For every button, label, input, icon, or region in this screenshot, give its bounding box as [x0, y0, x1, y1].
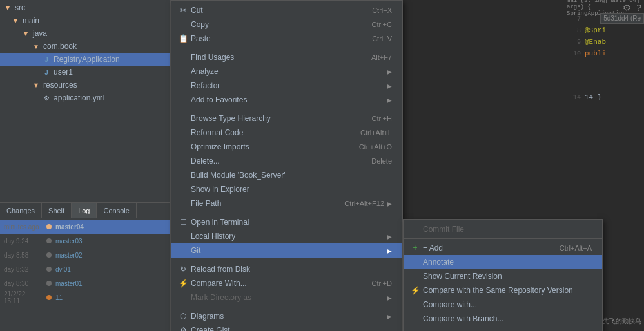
context-menu-primary: ✂ Cut Ctrl+X Copy Ctrl+C 📋 Paste Ctrl+V …: [171, 0, 403, 331]
menu-item-build-module[interactable]: Build Module 'Book_Server': [171, 168, 402, 182]
tree-label-src: src: [15, 3, 25, 12]
compare-icon: ⚡: [177, 279, 190, 288]
git-menu-show-revision[interactable]: Show Current Revision: [404, 269, 602, 283]
package-icon: ▼: [31, 41, 41, 52]
gist-icon: ⚙: [177, 326, 190, 331]
git-menu-annotate[interactable]: Annotate: [404, 255, 602, 269]
line-num-10: 10: [567, 50, 585, 57]
tab-console[interactable]: Console: [97, 203, 136, 218]
git-entry-2[interactable]: day 8:58 master02: [0, 248, 170, 262]
git-dot-0: [46, 224, 52, 229]
bottom-tab-bar: Changes Shelf Log Console: [0, 203, 170, 218]
menu-item-type-hierarchy[interactable]: Browse Type Hierarchy Ctrl+H: [171, 111, 402, 126]
tree-label-combook: com.book: [43, 42, 77, 51]
menu-item-copy[interactable]: Copy Ctrl+C: [171, 17, 402, 32]
git-entry-3[interactable]: day 8:32 dvl01: [0, 262, 170, 276]
git-entry-4[interactable]: day 8:30 master01: [0, 276, 170, 290]
git-time-4: day 8:30: [4, 280, 43, 287]
git-entry-5[interactable]: 21/2/22 15:11 11: [0, 290, 170, 305]
java-file-icon-user: J: [41, 67, 52, 77]
tree-item-combook[interactable]: ▼ com.book: [0, 40, 170, 53]
git-separator-1: [404, 238, 602, 239]
menu-item-cut[interactable]: ✂ Cut Ctrl+X: [171, 3, 402, 17]
menu-item-optimize-imports[interactable]: Optimize Imports Ctrl+Alt+O: [171, 140, 402, 154]
menu-item-find-usages[interactable]: Find Usages Alt+F7: [171, 50, 402, 64]
line-num-14: 14: [567, 94, 585, 101]
git-branch-5: 11: [55, 294, 63, 301]
gear-icon[interactable]: ⚙: [623, 3, 631, 13]
file-tree: ▼ src ▼ main ▼ java ▼ com.book J Registr…: [0, 0, 171, 331]
git-branch-3: dvl01: [55, 266, 71, 273]
git-menu-compare-branch[interactable]: Compare with Branch...: [404, 312, 602, 326]
git-dot-1: [46, 238, 52, 243]
separator-4: [171, 260, 402, 260]
tab-changes[interactable]: Changes: [0, 203, 42, 218]
menu-item-favorites[interactable]: Add to Favorites ▶: [171, 93, 402, 107]
revision-badge: 5d31dd4 (Re: [600, 13, 644, 24]
help-icon[interactable]: ?: [636, 3, 641, 13]
tree-label-resources: resources: [43, 80, 77, 90]
git-menu-compare[interactable]: Compare with...: [404, 298, 602, 312]
git-dot-4: [46, 281, 52, 286]
line-num-9: 9: [567, 39, 585, 46]
yml-file-icon: ⚙: [41, 93, 52, 103]
git-separator-2: [404, 328, 602, 328]
git-time-1: day 9:24: [4, 238, 43, 245]
tree-item-yml[interactable]: ⚙ application.yml: [0, 91, 170, 104]
git-menu-commit[interactable]: Commit File: [404, 222, 602, 236]
git-time-2: day 8:58: [4, 252, 43, 259]
menu-item-git[interactable]: Git ▶: [171, 243, 402, 258]
separator-5: [171, 307, 402, 307]
menu-item-show-explorer[interactable]: Show in Explorer: [171, 182, 402, 196]
terminal-icon: ☐: [177, 218, 190, 227]
git-branch-4: master01: [55, 280, 83, 287]
tree-item-main[interactable]: ▼ main: [0, 14, 170, 27]
tree-item-src[interactable]: ▼ src: [0, 1, 170, 14]
diagrams-icon: ⬡: [177, 312, 190, 321]
git-dot-2: [46, 252, 52, 258]
menu-item-local-history[interactable]: Local History ▶: [171, 229, 402, 243]
line-num-8: 8: [567, 27, 585, 34]
menu-item-diagrams[interactable]: ⬡ Diagrams ▶: [171, 309, 402, 323]
code-line-9: 9 @Enab: [567, 36, 644, 48]
menu-item-file-path[interactable]: File Path Ctrl+Alt+F12 ▶: [171, 196, 402, 211]
tree-label-main: main: [23, 16, 39, 25]
tree-item-user1[interactable]: J user1: [0, 66, 170, 79]
tree-item-java[interactable]: ▼ java: [0, 27, 170, 40]
folder-icon-java: ▼: [21, 28, 31, 39]
menu-item-compare-with[interactable]: ⚡ Compare With... Ctrl+D: [171, 276, 402, 290]
folder-icon-resources: ▼: [31, 80, 41, 90]
git-menu-compare-repo[interactable]: ⚡ Compare with the Same Repository Versi…: [404, 283, 602, 298]
git-entry-0[interactable]: minutes ago master04: [0, 220, 170, 234]
folder-icon-main: ▼: [10, 15, 21, 26]
tree-item-registry[interactable]: J RegistryApplication: [0, 53, 170, 66]
reload-icon: ↻: [177, 265, 190, 274]
git-entry-1[interactable]: day 9:24 master03: [0, 234, 170, 248]
java-file-icon: J: [41, 54, 52, 64]
menu-item-open-terminal[interactable]: ☐ Open in Terminal: [171, 215, 402, 229]
code-line-14: 14 14 }: [567, 91, 644, 103]
tab-log[interactable]: Log: [72, 203, 97, 218]
git-branch-0: master04: [55, 223, 84, 231]
cut-icon: ✂: [177, 6, 190, 15]
menu-item-delete[interactable]: Delete... Delete: [171, 154, 402, 168]
tree-label-registry: RegistryApplication: [54, 55, 120, 64]
menu-item-refactor[interactable]: Refactor ▶: [171, 79, 402, 93]
menu-item-mark-directory[interactable]: Mark Directory as ▶: [171, 290, 402, 305]
menu-item-paste[interactable]: 📋 Paste Ctrl+V: [171, 32, 402, 46]
git-log: minutes ago master04 day 9:24 master03 d…: [0, 218, 170, 306]
menu-item-create-gist[interactable]: ⚙ Create Gist...: [171, 323, 402, 331]
git-time-0: minutes ago: [4, 223, 43, 231]
menu-item-analyze[interactable]: Analyze ▶: [171, 64, 402, 79]
add-icon: +: [409, 243, 422, 252]
separator-2: [171, 109, 402, 109]
tree-item-resources[interactable]: ▼ resources: [0, 79, 170, 91]
tree-label-user1: user1: [54, 68, 73, 77]
tree-label-yml: application.yml: [54, 93, 104, 102]
menu-item-reformat[interactable]: Reformat Code Ctrl+Alt+L: [171, 126, 402, 140]
git-branch-2: master02: [55, 252, 83, 259]
menu-item-reload-disk[interactable]: ↻ Reload from Disk: [171, 262, 402, 276]
git-menu-add[interactable]: + + Add Ctrl+Alt+A: [404, 241, 602, 255]
tab-shelf[interactable]: Shelf: [42, 203, 72, 218]
git-time-3: day 8:32: [4, 266, 43, 273]
